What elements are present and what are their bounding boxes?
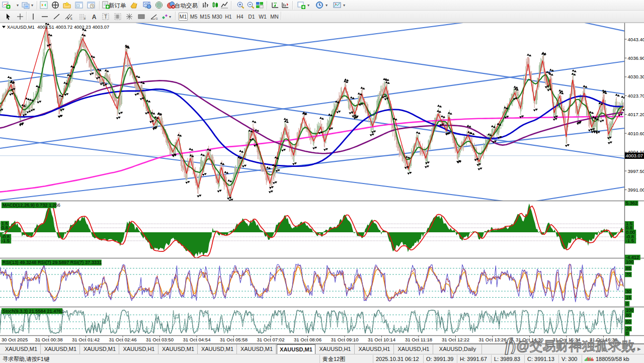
svg-text:MACD(12,26,9) 0.732 1.266: MACD(12,26,9) 0.732 1.266 [3, 203, 60, 208]
svg-text:XAUUSD,M1 4003.51 4003.72 400: XAUUSD,M1 4003.51 4003.72 4002.23 4003.0… [7, 24, 109, 30]
svg-text:4036.90: 4036.90 [628, 55, 644, 61]
svg-text:4017.20: 4017.20 [628, 112, 644, 117]
svg-text:31 Oct 04:54: 31 Oct 04:54 [183, 337, 211, 342]
svg-text:31 Oct 08:06: 31 Oct 08:06 [294, 337, 321, 342]
svg-text:31 Oct 05:58: 31 Oct 05:58 [220, 337, 248, 342]
svg-text:5.362: 5.362 [626, 201, 637, 206]
svg-text:4003.07: 4003.07 [626, 153, 643, 158]
svg-text:31 Oct 03:50: 31 Oct 03:50 [146, 337, 174, 342]
svg-text:3997.50: 3997.50 [628, 168, 644, 174]
svg-text:100: 100 [626, 259, 633, 264]
svg-text:31 Oct 13:26: 31 Oct 13:26 [479, 337, 507, 342]
svg-text:-1.5: -1.5 [626, 238, 634, 243]
svg-text:Stoch(9,3,3) 21.5584 21.4762: Stoch(9,3,3) 21.5584 21.4762 [3, 309, 64, 314]
svg-text:3991.00: 3991.00 [628, 187, 644, 193]
svg-text:31 Oct 01:42: 31 Oct 01:42 [72, 337, 100, 342]
svg-text:30: 30 [626, 289, 631, 294]
svg-text:30 Oct 2025: 30 Oct 2025 [2, 337, 28, 342]
svg-text:31 Oct 11:18: 31 Oct 11:18 [405, 337, 432, 342]
svg-text:31 Oct 09:10: 31 Oct 09:10 [331, 337, 359, 342]
svg-text:4030.30: 4030.30 [628, 74, 644, 79]
svg-text:80: 80 [626, 313, 631, 318]
svg-text:31 Oct 12:22: 31 Oct 12:22 [442, 337, 469, 342]
svg-text:-1.5: -1.5 [2, 238, 10, 243]
svg-text:31 Oct 07:02: 31 Oct 07:02 [257, 337, 285, 342]
svg-text:0: 0 [626, 301, 628, 306]
svg-text:0.8: 0.8 [2, 225, 8, 230]
svg-text:31 Oct 00:38: 31 Oct 00:38 [35, 337, 63, 342]
svg-text:RSI(13) 49.3248 RSI(7) 29.589: RSI(13) 49.3248 RSI(7) 29.5897 RSI(7) 37… [3, 260, 102, 265]
svg-text:31 Oct 10:14: 31 Oct 10:14 [368, 337, 396, 342]
svg-text:4043.40: 4043.40 [628, 37, 644, 42]
svg-text:50: 50 [626, 319, 631, 324]
svg-text:T: T [104, 14, 107, 20]
svg-text:E: E [70, 17, 72, 20]
svg-text:F: F [84, 17, 86, 20]
svg-text:15: 15 [626, 295, 631, 300]
svg-text:G: G [155, 17, 158, 20]
svg-text:4010.60: 4010.60 [628, 131, 644, 136]
svg-text:31 Oct 02:46: 31 Oct 02:46 [109, 337, 137, 342]
svg-text:4023.70: 4023.70 [628, 93, 644, 99]
svg-text:70: 70 [626, 272, 631, 277]
svg-text:85: 85 [626, 266, 631, 271]
